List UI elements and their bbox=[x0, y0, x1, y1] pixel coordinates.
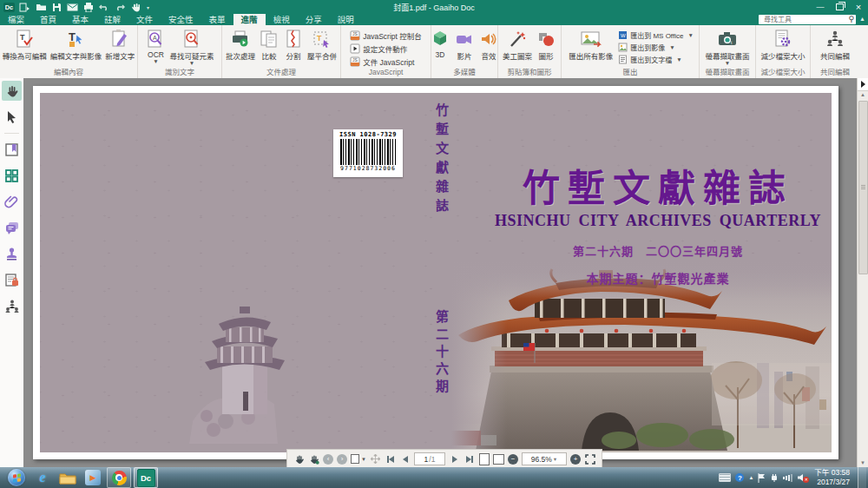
taskbar-explorer[interactable] bbox=[56, 468, 79, 487]
audio-button[interactable]: 音效 bbox=[477, 27, 501, 62]
screenshot-button[interactable]: t 螢幕擷取畫面 ▼ bbox=[703, 27, 751, 66]
shapes-button[interactable]: 圖形 bbox=[534, 27, 558, 62]
marquee-zoom-icon[interactable]: ▼ bbox=[351, 453, 366, 465]
scroll-up-icon[interactable]: ▲ bbox=[858, 92, 868, 97]
flag-icon[interactable] bbox=[758, 473, 766, 483]
restore-button[interactable] bbox=[830, 0, 849, 14]
zoom-field[interactable]: 96.5% ▼ bbox=[522, 452, 567, 465]
save-icon[interactable] bbox=[52, 3, 62, 12]
reduce-size-icon bbox=[773, 28, 793, 49]
doc-javascript-button[interactable]: JS 文件 JavaScript bbox=[350, 56, 422, 67]
doc-action-button[interactable]: 設定文件動作 bbox=[350, 43, 422, 54]
show-desktop-button[interactable] bbox=[858, 467, 866, 488]
help-icon[interactable]: ? bbox=[735, 473, 744, 482]
tab-forms[interactable]: 表單 bbox=[201, 14, 233, 25]
reduce-size-button[interactable]: 減少檔案大小 bbox=[759, 27, 806, 62]
expand-tray-icon[interactable]: ▲ bbox=[748, 475, 753, 480]
fit-page-icon[interactable] bbox=[584, 453, 595, 465]
last-page-icon[interactable] bbox=[464, 453, 475, 465]
tab-basic[interactable]: 基本 bbox=[64, 14, 96, 25]
undo-icon[interactable] bbox=[99, 3, 109, 11]
search-icon[interactable]: ⚲ bbox=[848, 16, 854, 23]
page-number-field[interactable]: 1 /1 bbox=[414, 452, 445, 465]
sidebar-item-share[interactable] bbox=[2, 296, 22, 316]
convert-file-icon[interactable] bbox=[19, 3, 30, 12]
taskbar-mediaplayer[interactable]: ▶ bbox=[82, 468, 104, 487]
start-button[interactable] bbox=[8, 469, 25, 486]
tab-advanced[interactable]: 進階 bbox=[233, 14, 266, 25]
single-page-icon[interactable] bbox=[478, 453, 490, 465]
first-page-icon[interactable] bbox=[385, 453, 396, 465]
export-msoffice-button[interactable]: W 匯出到 MS Office▼ bbox=[618, 30, 694, 40]
sidebar-item-thumbnails[interactable] bbox=[2, 166, 22, 186]
ribbon-collapse-icon[interactable]: ▲ bbox=[859, 16, 865, 22]
select-tool[interactable] bbox=[2, 107, 22, 127]
tab-comment[interactable]: 註解 bbox=[96, 14, 128, 25]
scrollbar-thumb[interactable] bbox=[858, 101, 868, 274]
sidebar-item-comments[interactable] bbox=[2, 218, 22, 238]
sidebar-item-stamps[interactable] bbox=[2, 244, 22, 264]
tab-file[interactable]: 檔案 bbox=[0, 14, 32, 25]
document-canvas[interactable]: ISSN 1028-7329 9771028732006 竹塹文獻雜誌 第二十六… bbox=[23, 78, 858, 467]
email-icon[interactable] bbox=[67, 3, 78, 11]
tab-share[interactable]: 分享 bbox=[298, 14, 330, 25]
export-all-images-button[interactable]: 匯出所有影像 bbox=[567, 27, 615, 62]
export-text-button[interactable]: 匯出到文字檔▼ bbox=[618, 55, 694, 64]
history-back-icon[interactable]: ‹ bbox=[323, 454, 333, 465]
history-forward-icon[interactable]: › bbox=[337, 454, 347, 465]
hand-tool[interactable] bbox=[2, 81, 22, 101]
network-icon[interactable] bbox=[783, 474, 792, 482]
hand-icon bbox=[5, 84, 19, 98]
edit-text-image-button[interactable]: T 編輯文字與影像 bbox=[49, 27, 104, 62]
split-button[interactable]: 分割 bbox=[281, 27, 306, 62]
taskbar-chrome[interactable] bbox=[107, 467, 131, 488]
taskbar-gaaiho[interactable]: Dc bbox=[134, 467, 158, 488]
print-icon[interactable] bbox=[83, 3, 94, 12]
tab-view[interactable]: 檢視 bbox=[266, 14, 298, 25]
taskbar-ie[interactable]: e bbox=[31, 468, 54, 487]
prev-page-icon[interactable] bbox=[399, 453, 411, 465]
keyboard-icon[interactable] bbox=[719, 473, 731, 482]
tab-security[interactable]: 安全性 bbox=[161, 14, 201, 25]
coedit-button[interactable]: 共同編輯 bbox=[819, 27, 852, 62]
add-text-button[interactable]: 新增文字 bbox=[103, 27, 136, 62]
batch-process-button[interactable]: 批次處理 bbox=[224, 27, 257, 62]
gesture-icon[interactable] bbox=[130, 3, 141, 12]
sidebar-item-attachments[interactable] bbox=[2, 192, 22, 212]
tab-document[interactable]: 文件 bbox=[128, 14, 161, 25]
js-console-button[interactable]: JS JavaScript 控制台 bbox=[350, 30, 422, 41]
customize-icon[interactable]: ▾ bbox=[147, 4, 149, 10]
taskbar-clock[interactable]: 下午 03:58 2017/3/27 bbox=[814, 468, 850, 486]
power-icon[interactable] bbox=[770, 473, 779, 482]
minimize-button[interactable]: — bbox=[811, 0, 830, 14]
sidebar-item-bookmarks[interactable] bbox=[2, 140, 22, 160]
vertical-scrollbar[interactable]: ▲ ▼ bbox=[857, 78, 868, 467]
hand-pan-icon[interactable] bbox=[293, 453, 305, 465]
flatten-button[interactable]: T 壓平合併 bbox=[306, 27, 339, 62]
search-input[interactable] bbox=[762, 15, 848, 24]
search-box[interactable]: ⚲ bbox=[759, 15, 856, 24]
tab-home[interactable]: 首頁 bbox=[32, 14, 64, 25]
pan-icon[interactable] bbox=[370, 453, 381, 465]
convert-editable-button[interactable]: T 轉換為可編輯 bbox=[1, 27, 49, 62]
next-page-icon[interactable] bbox=[449, 453, 460, 465]
ocr-button[interactable]: A OCR ▼ bbox=[143, 27, 168, 64]
close-button[interactable]: × bbox=[849, 0, 868, 14]
sidebar-item-security[interactable] bbox=[2, 270, 22, 290]
find-suspicious-button[interactable]: 尋找可疑元素 ▼ bbox=[168, 27, 215, 66]
open-folder-icon[interactable] bbox=[36, 3, 47, 11]
panel-toggle-button[interactable] bbox=[858, 78, 868, 91]
export-image-button[interactable]: 匯出到影像▼ bbox=[618, 43, 694, 52]
zoom-out-icon[interactable]: − bbox=[508, 454, 518, 465]
fit-width-icon[interactable] bbox=[493, 453, 504, 465]
scroll-down-icon[interactable]: ▼ bbox=[858, 460, 868, 465]
hand-select-icon[interactable] bbox=[308, 453, 319, 465]
volume-muted-icon[interactable]: ✕ bbox=[797, 473, 806, 482]
video-button[interactable]: 影片 bbox=[452, 27, 477, 62]
tab-help[interactable]: 說明 bbox=[330, 14, 362, 25]
zoom-in-icon[interactable]: + bbox=[570, 454, 581, 465]
clipart-button[interactable]: 美工圖案 bbox=[501, 27, 534, 62]
redo-icon[interactable] bbox=[115, 3, 125, 11]
3d-button[interactable]: 3D bbox=[428, 27, 452, 60]
compare-button[interactable]: 比較 bbox=[257, 27, 281, 62]
